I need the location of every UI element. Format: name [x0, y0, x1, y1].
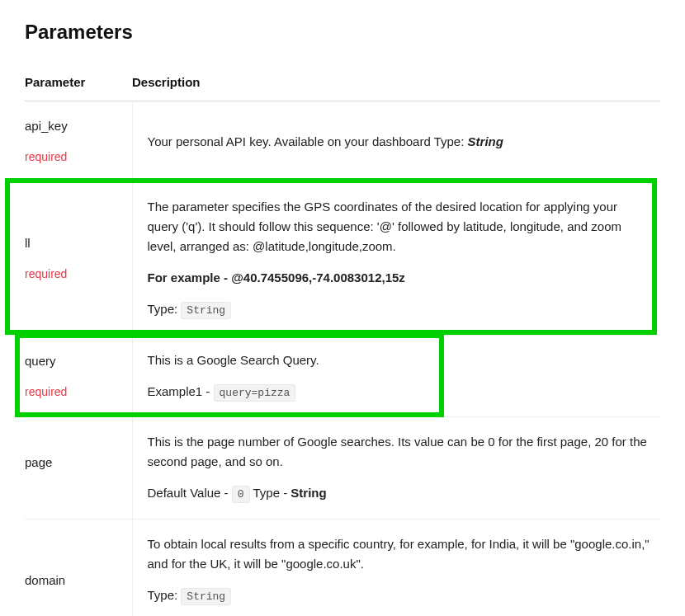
example-label: Example1 -	[148, 384, 214, 398]
type-label: Type -	[250, 486, 291, 500]
type-code: String	[181, 302, 231, 319]
description-text: This is the page number of Google search…	[148, 432, 651, 472]
example-line: For example - @40.7455096,-74.0083012,15…	[148, 268, 651, 288]
example-label: For example -	[148, 270, 232, 284]
description-text: The parameter specifies the GPS coordina…	[148, 197, 651, 256]
required-label: required	[25, 383, 122, 401]
description-text: Your personal API key. Available on your…	[148, 132, 651, 152]
default-label: Default Value -	[148, 486, 232, 500]
desc-span: Your personal API key. Available on your…	[148, 134, 468, 148]
table-row: page This is the page number of Google s…	[25, 417, 660, 520]
section-title: Parameters	[25, 16, 660, 48]
table-row: api_key required Your personal API key. …	[25, 101, 660, 181]
parameters-table: Parameter Description api_key required Y…	[25, 64, 660, 616]
table-row: ll required The parameter specifies the …	[25, 181, 660, 335]
table-row: query required This is a Google Search Q…	[25, 335, 660, 417]
column-header-parameter: Parameter	[25, 64, 132, 101]
example-value: @40.7455096,-74.0083012,15z	[231, 270, 405, 284]
example-code: query=pizza	[214, 384, 296, 402]
param-name-domain: domain	[25, 571, 122, 590]
param-name-query: query	[25, 351, 122, 371]
type-label: Type:	[148, 588, 182, 602]
default-code: 0	[232, 486, 250, 503]
param-name-page: page	[25, 453, 122, 473]
type-line: Type: String	[148, 585, 651, 606]
description-text: To obtain local results from a specific …	[148, 534, 651, 574]
required-label: required	[25, 265, 122, 283]
required-label: required	[25, 148, 122, 166]
type-strong: String	[468, 134, 503, 148]
description-text: This is a Google Search Query.	[148, 350, 651, 370]
type-code: String	[181, 588, 231, 605]
table-row: domain To obtain local results from a sp…	[25, 520, 660, 616]
default-type-line: Default Value - 0 Type - String	[148, 483, 651, 504]
type-label: Type:	[148, 302, 182, 316]
param-name-api-key: api_key	[25, 116, 122, 136]
column-header-description: Description	[132, 64, 660, 101]
type-strong: String	[291, 486, 326, 500]
param-name-ll: ll	[25, 233, 122, 253]
type-line: Type: String	[148, 299, 651, 320]
example-line: Example1 - query=pizza	[148, 382, 651, 402]
